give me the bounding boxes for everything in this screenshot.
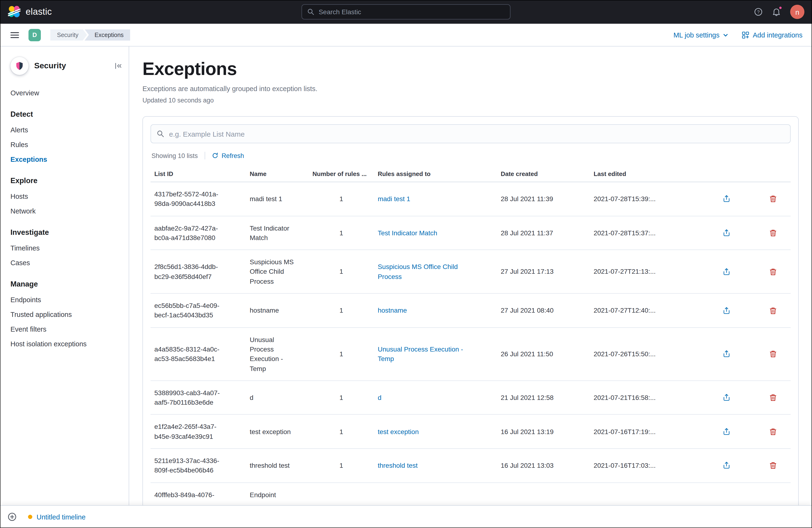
rule-link[interactable]: d: [378, 394, 381, 401]
name-cell: Unusual Process Execution - Temp: [246, 327, 309, 380]
date-created-cell: 28 Jul 2021 11:39: [497, 182, 590, 216]
date-created-cell: 26 Jul 2021 11:50: [497, 327, 590, 380]
rules-count-cell: [309, 482, 374, 507]
refresh-button[interactable]: Refresh: [212, 152, 244, 159]
add-integrations-button[interactable]: Add integrations: [742, 31, 802, 39]
export-list-button[interactable]: [721, 228, 732, 238]
sidebar-title: Security: [34, 61, 66, 71]
breadcrumb-exceptions[interactable]: Exceptions: [85, 29, 130, 41]
timeline-add-button[interactable]: [8, 512, 17, 522]
hamburger-icon: [11, 31, 19, 39]
rule-link[interactable]: madi test 1: [378, 195, 410, 202]
sidebar-item-timelines[interactable]: Timelines: [11, 244, 118, 252]
trash-icon: [769, 229, 777, 237]
ml-job-settings-button[interactable]: ML job settings: [673, 31, 728, 39]
delete-list-button[interactable]: [768, 461, 778, 471]
sidebar-item-overview[interactable]: Overview: [11, 89, 118, 97]
sidebar-item-trusted-applications[interactable]: Trusted applications: [11, 311, 118, 318]
timeline-title: Untitled timeline: [37, 513, 86, 521]
rules-count-cell: 1: [309, 381, 374, 414]
sidebar-item-cases[interactable]: Cases: [11, 259, 118, 267]
rules-count-cell: 1: [309, 293, 374, 327]
sidebar-item-alerts[interactable]: Alerts: [11, 126, 118, 134]
breadcrumb: Security Exceptions: [50, 29, 130, 41]
date-created-cell: [497, 482, 590, 507]
delete-list-button[interactable]: [768, 194, 778, 204]
table-row-partial: 40fffeb3-849a-4076- Endpoint: [150, 482, 791, 507]
timeline-bottom-bar: Untitled timeline: [0, 505, 812, 528]
date-created-cell: 16 Jul 2021 13:19: [497, 414, 590, 449]
rule-link[interactable]: threshold test: [378, 462, 418, 469]
list-search[interactable]: [150, 124, 791, 143]
shield-icon: [15, 61, 24, 71]
space-selector-badge[interactable]: D: [29, 29, 41, 41]
elastic-security-window: elastic ? n: [0, 0, 812, 528]
notifications-button[interactable]: [772, 7, 781, 16]
export-list-button[interactable]: [721, 426, 732, 437]
export-icon: [723, 307, 730, 314]
col-header-date-created: Date created: [497, 166, 590, 182]
rules-count-cell: 1: [309, 182, 374, 216]
help-icon: ?: [754, 7, 763, 16]
user-avatar[interactable]: n: [790, 5, 804, 19]
sidebar-item-event-filters[interactable]: Event filters: [11, 326, 118, 333]
global-header: elastic ? n: [0, 0, 812, 24]
sidebar-item-hosts[interactable]: Hosts: [11, 193, 118, 200]
elastic-brand[interactable]: elastic: [8, 5, 52, 18]
space-initial: D: [32, 31, 37, 39]
list-id-cell: 53889903-cab3-4a07- aaf5-7b0116b3e6de: [150, 381, 246, 414]
trash-icon: [769, 350, 777, 358]
page-subtitle: Exceptions are automatically grouped int…: [143, 85, 799, 92]
table-header-row: List ID Name Number of rules ... Rules a…: [150, 166, 791, 182]
sidebar-nav: Overview Detect Alerts Rules Exceptions …: [0, 89, 129, 348]
sidebar-item-endpoints[interactable]: Endpoints: [11, 296, 118, 304]
col-header-rules-assigned: Rules assigned to: [374, 166, 497, 182]
rule-link[interactable]: test exception: [378, 428, 419, 435]
global-search[interactable]: [302, 4, 510, 19]
name-cell: d: [246, 381, 309, 414]
list-search-input[interactable]: [169, 130, 784, 138]
security-app-logo: [11, 57, 29, 75]
export-icon: [723, 462, 730, 469]
trash-icon: [769, 195, 777, 203]
last-edited-cell: 2021-07-28T15:37:...: [590, 216, 698, 250]
export-icon: [723, 350, 730, 358]
user-initial: n: [795, 8, 799, 16]
last-edited-cell: 2021-07-28T15:39:...: [590, 182, 698, 216]
delete-list-button[interactable]: [768, 267, 778, 277]
col-header-last-edited: Last edited: [590, 166, 698, 182]
rule-link[interactable]: Test Indicator Match: [378, 229, 437, 237]
global-search-input[interactable]: [319, 8, 505, 16]
rule-link[interactable]: hostname: [378, 306, 407, 314]
trash-icon: [769, 394, 777, 402]
sidebar-item-host-isolation-exceptions[interactable]: Host isolation exceptions: [11, 340, 118, 348]
export-list-button[interactable]: [721, 349, 732, 359]
collapse-sidebar-button[interactable]: [114, 62, 122, 70]
delete-list-button[interactable]: [768, 426, 778, 437]
breadcrumb-security[interactable]: Security: [50, 29, 87, 41]
delete-list-button[interactable]: [768, 228, 778, 238]
rule-link[interactable]: Suspicious MS Office Child Process: [378, 263, 458, 281]
rules-count-cell: 1: [309, 250, 374, 293]
export-icon: [723, 195, 730, 203]
export-list-button[interactable]: [721, 194, 732, 204]
rule-link[interactable]: Unusual Process Execution - Temp: [378, 345, 463, 363]
help-button[interactable]: ?: [754, 7, 763, 16]
header-actions: ? n: [754, 5, 804, 19]
export-list-button[interactable]: [721, 267, 732, 277]
delete-list-button[interactable]: [768, 393, 778, 403]
sidebar-item-rules[interactable]: Rules: [11, 141, 118, 149]
refresh-icon: [212, 152, 218, 159]
search-icon: [157, 130, 164, 138]
export-list-button[interactable]: [721, 461, 732, 471]
untitled-timeline-link[interactable]: Untitled timeline: [28, 513, 86, 521]
list-id-cell: 5211e913-37ac-4336- 809f-ec5b4be06b46: [150, 449, 246, 482]
delete-list-button[interactable]: [768, 349, 778, 359]
list-id-cell: 4317bef2-5572-401a- 98da-9090ac4418b3: [150, 182, 246, 216]
export-list-button[interactable]: [721, 305, 732, 316]
sidebar-item-network[interactable]: Network: [11, 207, 118, 215]
export-list-button[interactable]: [721, 393, 732, 403]
delete-list-button[interactable]: [768, 305, 778, 316]
sidebar-item-exceptions[interactable]: Exceptions: [11, 155, 118, 163]
menu-button[interactable]: [6, 27, 23, 43]
